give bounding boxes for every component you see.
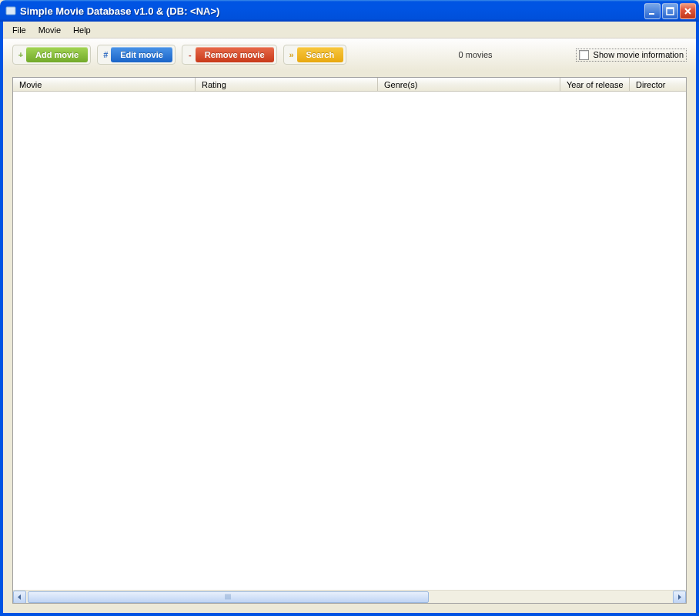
edit-movie-group: # Edit movie: [97, 45, 176, 65]
scroll-track[interactable]: [26, 591, 673, 604]
table-header: Movie Rating Genre(s) Year of release Di…: [13, 78, 686, 92]
svg-rect-1: [649, 13, 654, 15]
horizontal-scrollbar: [13, 590, 686, 603]
hash-icon: #: [100, 50, 111, 59]
plus-icon: +: [15, 50, 26, 59]
scroll-left-button[interactable]: [13, 591, 26, 604]
app-icon: [5, 5, 17, 17]
remove-movie-button[interactable]: Remove movie: [196, 47, 274, 62]
search-group: » Search: [283, 45, 347, 65]
edit-movie-button[interactable]: Edit movie: [111, 47, 172, 62]
show-info-checkbox-area[interactable]: Show movie information: [576, 49, 687, 62]
add-movie-button[interactable]: Add movie: [26, 47, 88, 62]
chevron-right-icon: »: [286, 50, 297, 59]
show-info-checkbox[interactable]: [579, 50, 589, 60]
minus-icon: -: [185, 50, 196, 59]
column-header-director[interactable]: Director: [630, 78, 686, 91]
column-header-genre[interactable]: Genre(s): [378, 78, 560, 91]
maximize-button[interactable]: [662, 3, 678, 19]
close-button[interactable]: [680, 3, 696, 19]
menubar: File Movie Help: [3, 22, 696, 38]
window-title: Simple Movie Database v1.0 & (DB: <NA>): [20, 5, 644, 17]
column-header-year[interactable]: Year of release: [560, 78, 630, 91]
content-area: Movie Rating Genre(s) Year of release Di…: [3, 71, 696, 613]
svg-rect-0: [6, 7, 15, 15]
remove-movie-group: - Remove movie: [182, 45, 277, 65]
menu-help[interactable]: Help: [67, 24, 97, 36]
toolbar: + Add movie # Edit movie - Remove movie …: [3, 38, 696, 71]
window-controls: [644, 3, 696, 19]
titlebar[interactable]: Simple Movie Database v1.0 & (DB: <NA>): [0, 0, 699, 22]
scroll-right-button[interactable]: [673, 591, 686, 604]
add-movie-group: + Add movie: [12, 45, 91, 65]
show-info-label: Show movie information: [594, 50, 684, 59]
movie-table: Movie Rating Genre(s) Year of release Di…: [12, 77, 687, 604]
menu-movie[interactable]: Movie: [32, 24, 67, 36]
app-window: Simple Movie Database v1.0 & (DB: <NA>) …: [0, 0, 699, 616]
svg-rect-3: [667, 8, 674, 9]
minimize-button[interactable]: [644, 3, 661, 19]
table-body[interactable]: [13, 92, 686, 590]
column-header-movie[interactable]: Movie: [13, 78, 196, 91]
scroll-thumb[interactable]: [28, 591, 429, 603]
search-button[interactable]: Search: [297, 47, 344, 62]
menu-file[interactable]: File: [6, 24, 32, 36]
movie-count-status: 0 movies: [459, 50, 493, 59]
column-header-rating[interactable]: Rating: [196, 78, 378, 91]
